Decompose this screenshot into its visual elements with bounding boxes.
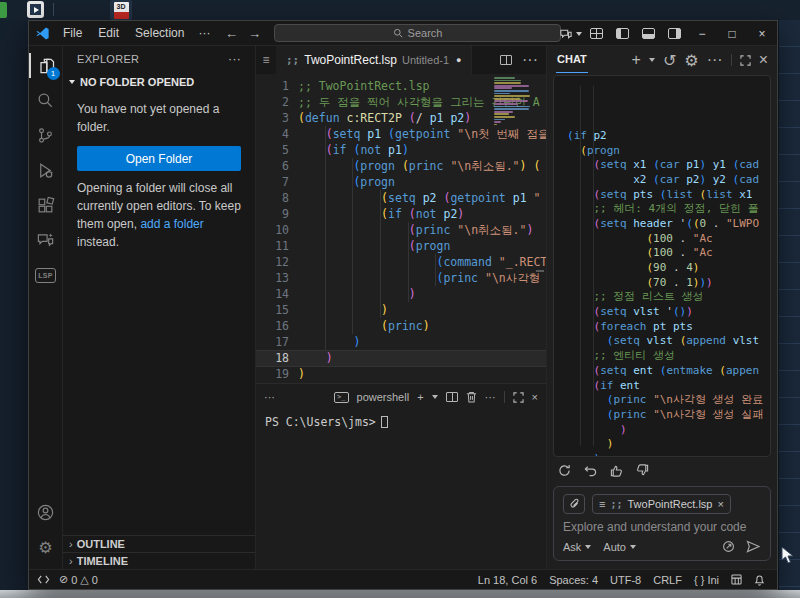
braces-icon: { } bbox=[694, 574, 704, 586]
chevron-down-icon bbox=[576, 32, 582, 36]
new-terminal-icon[interactable]: + bbox=[417, 391, 423, 403]
line-number: 10 bbox=[256, 222, 289, 238]
modified-dot-icon[interactable]: ● bbox=[456, 55, 461, 65]
cursor-position[interactable]: Ln 18, Col 6 bbox=[474, 574, 541, 586]
panel-more-actions[interactable]: ··· bbox=[264, 391, 275, 403]
activitybar-account[interactable] bbox=[29, 495, 63, 530]
line-number: 16 bbox=[256, 318, 289, 334]
terminal-output[interactable]: PS C:\Users\jms> bbox=[256, 410, 546, 569]
chat-input-box[interactable]: ≡ ;; TwoPointRect.lsp × Explore and unde… bbox=[553, 486, 771, 561]
maximize-chat-icon[interactable] bbox=[740, 55, 751, 66]
window-maximize-button[interactable]: □ bbox=[717, 21, 747, 46]
menu-overflow[interactable]: ··· bbox=[192, 26, 216, 40]
add-folder-link[interactable]: add a folder bbox=[140, 217, 203, 231]
section-no-folder-opened[interactable]: NO FOLDER OPENED bbox=[63, 72, 255, 92]
code-editor[interactable]: 12345678910111213141516171819 ;; TwoPoin… bbox=[256, 74, 546, 383]
section-outline[interactable]: › OUTLINE bbox=[63, 535, 255, 552]
toggle-primary-sidebar-icon[interactable] bbox=[609, 21, 635, 46]
send-icon[interactable] bbox=[746, 540, 761, 553]
context-file-chip[interactable]: ≡ ;; TwoPointRect.lsp × bbox=[592, 494, 731, 514]
activitybar-explorer[interactable]: 1 bbox=[29, 48, 63, 83]
encoding[interactable]: UTF-8 bbox=[606, 574, 645, 586]
indentation[interactable]: Spaces: 4 bbox=[545, 574, 602, 586]
split-terminal-icon[interactable] bbox=[446, 392, 458, 402]
activity-bar: 1 LSP bbox=[29, 46, 63, 569]
minimap[interactable] bbox=[494, 77, 534, 126]
terminal-panel: ··· >_ powershell + ··· × bbox=[256, 383, 546, 569]
line-number: 4 bbox=[256, 126, 289, 142]
attach-context-button[interactable] bbox=[563, 494, 585, 514]
media-player-icon[interactable] bbox=[27, 1, 44, 18]
warning-icon: △ bbox=[80, 573, 88, 586]
close-chat-icon[interactable]: × bbox=[759, 51, 768, 69]
line-number: 12 bbox=[256, 254, 289, 270]
split-editor-icon[interactable] bbox=[500, 55, 512, 65]
editor-tabs-menu-icon[interactable]: ≡ bbox=[256, 46, 276, 74]
terminal-more-actions[interactable]: ··· bbox=[485, 391, 496, 403]
open-folder-button[interactable]: Open Folder bbox=[77, 146, 241, 171]
chat-model-select[interactable]: Auto bbox=[603, 541, 636, 553]
activitybar-search[interactable] bbox=[29, 83, 63, 118]
cad-app-icon[interactable]: 3D bbox=[110, 0, 132, 20]
code-line: ;; 정점 리스트 생성 bbox=[567, 290, 770, 305]
problems-indicator[interactable]: ⊘ 0 △ 0 bbox=[55, 573, 102, 586]
maximize-panel-icon[interactable] bbox=[513, 392, 524, 403]
activitybar-settings[interactable]: ⚙ bbox=[29, 530, 63, 565]
background-app-panel bbox=[778, 20, 800, 590]
gear-icon[interactable]: ⚙ bbox=[684, 51, 698, 70]
code-line: (setq ent (entmake (appen bbox=[567, 364, 770, 379]
activitybar-extensions[interactable] bbox=[29, 188, 63, 223]
powershell-icon: >_ bbox=[334, 392, 348, 403]
command-center-search[interactable]: Search bbox=[274, 24, 561, 42]
remote-indicator-icon[interactable] bbox=[37, 574, 50, 585]
terminal-shell-label[interactable]: powershell bbox=[357, 391, 410, 403]
undo-icon[interactable] bbox=[584, 464, 597, 477]
eol-sequence[interactable]: CRLF bbox=[649, 574, 686, 586]
explorer-more-actions[interactable]: ··· bbox=[228, 52, 241, 66]
tab-twopointrect[interactable]: ;; TwoPointRect.lsp Untitled-1 ● bbox=[276, 46, 472, 74]
thumbs-up-icon[interactable] bbox=[610, 464, 623, 477]
menu-file[interactable]: File bbox=[55, 21, 90, 46]
activitybar-chat[interactable] bbox=[29, 223, 63, 258]
line-number: 18 bbox=[256, 350, 289, 366]
menu-selection[interactable]: Selection bbox=[127, 21, 192, 46]
window-close-button[interactable]: × bbox=[747, 21, 777, 46]
section-timeline[interactable]: › TIMELINE bbox=[63, 552, 255, 569]
nav-forward-icon[interactable]: → bbox=[248, 26, 261, 41]
regenerate-icon[interactable] bbox=[558, 464, 571, 477]
search-icon bbox=[36, 91, 55, 110]
thumbs-down-icon[interactable] bbox=[636, 464, 649, 477]
tab-chat[interactable]: CHAT bbox=[556, 47, 588, 73]
chevron-down-icon[interactable] bbox=[649, 58, 655, 62]
editor-more-actions[interactable]: ··· bbox=[522, 51, 538, 69]
terminal-dropdown-icon[interactable] bbox=[432, 395, 438, 399]
customize-layout-icon[interactable] bbox=[583, 21, 609, 46]
code-line: ) bbox=[298, 366, 546, 382]
trash-icon[interactable] bbox=[466, 391, 477, 403]
chat-history-icon[interactable]: ↺ bbox=[663, 51, 676, 70]
activitybar-lsp-extension[interactable]: LSP bbox=[29, 258, 63, 293]
activitybar-run-debug[interactable] bbox=[29, 153, 63, 188]
lisp-file-icon: ;; bbox=[610, 499, 622, 510]
toggle-secondary-sidebar-icon[interactable] bbox=[661, 21, 687, 46]
desktop-app-icon[interactable] bbox=[0, 2, 7, 18]
menu-edit[interactable]: Edit bbox=[90, 21, 127, 46]
language-mode[interactable]: { }Ini bbox=[690, 574, 723, 586]
code-line: (progn bbox=[567, 144, 770, 159]
toggle-panel-icon[interactable] bbox=[635, 21, 661, 46]
close-panel-icon[interactable]: × bbox=[532, 391, 538, 403]
chat-input-placeholder[interactable]: Explore and understand your code bbox=[563, 520, 761, 534]
remove-context-icon[interactable]: × bbox=[717, 498, 723, 510]
activitybar-source-control[interactable] bbox=[29, 118, 63, 153]
copilot-icon[interactable] bbox=[557, 21, 583, 46]
new-chat-icon[interactable]: + bbox=[632, 51, 641, 69]
notifications-bell-icon[interactable] bbox=[750, 574, 769, 586]
code-line: (if (not p1) bbox=[298, 142, 546, 158]
window-minimize-button[interactable]: − bbox=[687, 21, 717, 46]
feedback-icon[interactable] bbox=[727, 574, 746, 585]
chat-more-actions[interactable]: ··· bbox=[707, 51, 723, 69]
voice-input-icon[interactable] bbox=[722, 540, 736, 553]
chat-mode-select[interactable]: Ask bbox=[563, 541, 591, 553]
nav-back-icon[interactable]: ← bbox=[225, 26, 238, 41]
chat-code-block[interactable]: (if p2 (progn (setq x1 (car p1) y1 (cad … bbox=[553, 75, 771, 457]
